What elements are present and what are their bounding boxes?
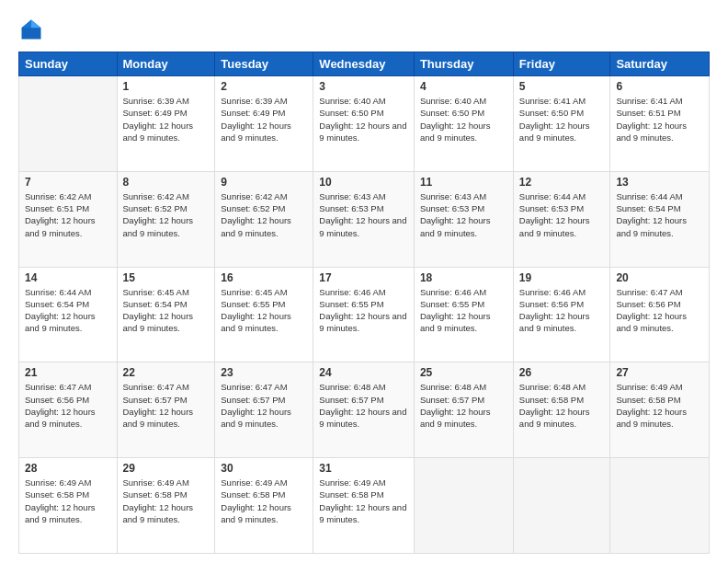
sunrise-label: Sunrise: 6:45 AM: [221, 287, 287, 297]
svg-marker-1: [31, 20, 41, 29]
sunset-label: Sunset: 6:50 PM: [420, 108, 484, 118]
week-row-1: 7 Sunrise: 6:42 AM Sunset: 6:51 PM Dayli…: [19, 171, 710, 267]
cell-info: Sunrise: 6:42 AM Sunset: 6:51 PM Dayligh…: [25, 190, 111, 239]
sunset-label: Sunset: 6:58 PM: [123, 489, 188, 500]
sunrise-label: Sunrise: 6:39 AM: [123, 96, 189, 106]
day-number: 15: [123, 271, 210, 284]
calendar-cell: 6 Sunrise: 6:41 AM Sunset: 6:51 PM Dayli…: [610, 76, 710, 172]
day-number: 4: [420, 80, 507, 93]
day-number: 1: [123, 80, 210, 93]
week-row-4: 28 Sunrise: 6:49 AM Sunset: 6:58 PM Dayl…: [19, 458, 710, 554]
day-number: 5: [519, 80, 605, 93]
calendar-cell: [513, 458, 610, 554]
sunset-label: Sunset: 6:57 PM: [221, 395, 285, 405]
sunset-label: Sunset: 6:54 PM: [123, 299, 188, 309]
sunrise-label: Sunrise: 6:48 AM: [420, 382, 486, 392]
weekday-header-wednesday: Wednesday: [313, 52, 415, 76]
sunset-label: Sunset: 6:55 PM: [420, 299, 484, 309]
cell-info: Sunrise: 6:47 AM Sunset: 6:57 PM Dayligh…: [221, 381, 307, 430]
calendar-cell: 7 Sunrise: 6:42 AM Sunset: 6:51 PM Dayli…: [19, 171, 118, 267]
sunset-label: Sunset: 6:51 PM: [25, 203, 89, 213]
daylight-label: Daylight: 12 hours and 9 minutes.: [319, 502, 406, 524]
week-row-2: 14 Sunrise: 6:44 AM Sunset: 6:54 PM Dayl…: [19, 267, 710, 362]
sunset-label: Sunset: 6:56 PM: [25, 395, 89, 405]
day-number: 23: [221, 366, 307, 379]
day-number: 14: [25, 271, 111, 284]
sunset-label: Sunset: 6:55 PM: [319, 299, 383, 309]
cell-info: Sunrise: 6:47 AM Sunset: 6:56 PM Dayligh…: [25, 381, 111, 430]
sunset-label: Sunset: 6:53 PM: [319, 203, 383, 213]
calendar-cell: 13 Sunrise: 6:44 AM Sunset: 6:54 PM Dayl…: [610, 171, 710, 267]
sunrise-label: Sunrise: 6:43 AM: [319, 191, 385, 201]
daylight-label: Daylight: 12 hours and 9 minutes.: [420, 407, 491, 429]
daylight-label: Daylight: 12 hours and 9 minutes.: [519, 311, 590, 333]
sunset-label: Sunset: 6:53 PM: [519, 203, 584, 213]
daylight-label: Daylight: 12 hours and 9 minutes.: [123, 502, 194, 524]
cell-info: Sunrise: 6:44 AM Sunset: 6:53 PM Dayligh…: [519, 190, 605, 239]
weekday-header-tuesday: Tuesday: [215, 52, 313, 76]
day-number: 16: [221, 271, 307, 284]
cell-info: Sunrise: 6:49 AM Sunset: 6:58 PM Dayligh…: [221, 477, 307, 525]
sunrise-label: Sunrise: 6:47 AM: [616, 287, 682, 297]
daylight-label: Daylight: 12 hours and 9 minutes.: [221, 311, 291, 333]
sunset-label: Sunset: 6:52 PM: [123, 203, 188, 213]
daylight-label: Daylight: 12 hours and 9 minutes.: [616, 121, 687, 143]
cell-info: Sunrise: 6:47 AM Sunset: 6:57 PM Dayligh…: [123, 381, 210, 430]
calendar-cell: 8 Sunrise: 6:42 AM Sunset: 6:52 PM Dayli…: [117, 171, 215, 267]
day-number: 17: [319, 271, 408, 284]
page: SundayMondayTuesdayWednesdayThursdayFrid…: [0, 0, 728, 563]
sunrise-label: Sunrise: 6:48 AM: [319, 382, 385, 392]
sunset-label: Sunset: 6:50 PM: [319, 108, 383, 118]
day-number: 21: [25, 366, 111, 379]
cell-info: Sunrise: 6:49 AM Sunset: 6:58 PM Dayligh…: [616, 381, 703, 430]
weekday-header-row: SundayMondayTuesdayWednesdayThursdayFrid…: [19, 52, 710, 76]
day-number: 10: [319, 176, 408, 189]
day-number: 27: [616, 366, 703, 379]
cell-info: Sunrise: 6:49 AM Sunset: 6:58 PM Dayligh…: [319, 477, 408, 525]
sunrise-label: Sunrise: 6:42 AM: [221, 191, 287, 201]
daylight-label: Daylight: 12 hours and 9 minutes.: [319, 311, 406, 333]
daylight-label: Daylight: 12 hours and 9 minutes.: [319, 407, 406, 429]
sunset-label: Sunset: 6:53 PM: [420, 203, 484, 213]
sunset-label: Sunset: 6:49 PM: [123, 108, 188, 118]
sunrise-label: Sunrise: 6:46 AM: [319, 287, 385, 297]
cell-info: Sunrise: 6:42 AM Sunset: 6:52 PM Dayligh…: [123, 190, 210, 239]
cell-info: Sunrise: 6:48 AM Sunset: 6:57 PM Dayligh…: [420, 381, 507, 430]
cell-info: Sunrise: 6:47 AM Sunset: 6:56 PM Dayligh…: [616, 286, 703, 335]
sunrise-label: Sunrise: 6:49 AM: [319, 477, 385, 488]
day-number: 24: [319, 366, 408, 379]
day-number: 28: [25, 462, 111, 475]
cell-info: Sunrise: 6:39 AM Sunset: 6:49 PM Dayligh…: [221, 95, 307, 144]
sunset-label: Sunset: 6:58 PM: [519, 395, 584, 405]
calendar-cell: 11 Sunrise: 6:43 AM Sunset: 6:53 PM Dayl…: [414, 171, 513, 267]
day-number: 7: [25, 176, 111, 189]
cell-info: Sunrise: 6:43 AM Sunset: 6:53 PM Dayligh…: [420, 190, 507, 239]
cell-info: Sunrise: 6:43 AM Sunset: 6:53 PM Dayligh…: [319, 190, 408, 239]
cell-info: Sunrise: 6:42 AM Sunset: 6:52 PM Dayligh…: [221, 190, 307, 239]
sunset-label: Sunset: 6:58 PM: [616, 395, 680, 405]
sunrise-label: Sunrise: 6:49 AM: [616, 382, 682, 392]
calendar-cell: [414, 458, 513, 554]
calendar-cell: 30 Sunrise: 6:49 AM Sunset: 6:58 PM Dayl…: [215, 458, 313, 554]
calendar-cell: 22 Sunrise: 6:47 AM Sunset: 6:57 PM Dayl…: [117, 362, 215, 458]
cell-info: Sunrise: 6:49 AM Sunset: 6:58 PM Dayligh…: [25, 477, 111, 525]
sunset-label: Sunset: 6:54 PM: [25, 299, 89, 309]
calendar-cell: 1 Sunrise: 6:39 AM Sunset: 6:49 PM Dayli…: [117, 76, 215, 172]
calendar-cell: 24 Sunrise: 6:48 AM Sunset: 6:57 PM Dayl…: [313, 362, 415, 458]
sunset-label: Sunset: 6:58 PM: [221, 489, 285, 500]
sunset-label: Sunset: 6:50 PM: [519, 108, 584, 118]
cell-info: Sunrise: 6:41 AM Sunset: 6:50 PM Dayligh…: [519, 95, 605, 144]
daylight-label: Daylight: 12 hours and 9 minutes.: [25, 407, 96, 429]
calendar-cell: [610, 458, 710, 554]
day-number: 18: [420, 271, 507, 284]
sunrise-label: Sunrise: 6:49 AM: [123, 477, 189, 488]
cell-info: Sunrise: 6:45 AM Sunset: 6:54 PM Dayligh…: [123, 286, 210, 335]
sunset-label: Sunset: 6:54 PM: [616, 203, 680, 213]
daylight-label: Daylight: 12 hours and 9 minutes.: [616, 215, 687, 237]
sunrise-label: Sunrise: 6:46 AM: [519, 287, 586, 297]
calendar-cell: 2 Sunrise: 6:39 AM Sunset: 6:49 PM Dayli…: [215, 76, 313, 172]
daylight-label: Daylight: 12 hours and 9 minutes.: [519, 215, 590, 237]
calendar-cell: 23 Sunrise: 6:47 AM Sunset: 6:57 PM Dayl…: [215, 362, 313, 458]
sunset-label: Sunset: 6:49 PM: [221, 108, 285, 118]
sunrise-label: Sunrise: 6:48 AM: [519, 382, 586, 392]
